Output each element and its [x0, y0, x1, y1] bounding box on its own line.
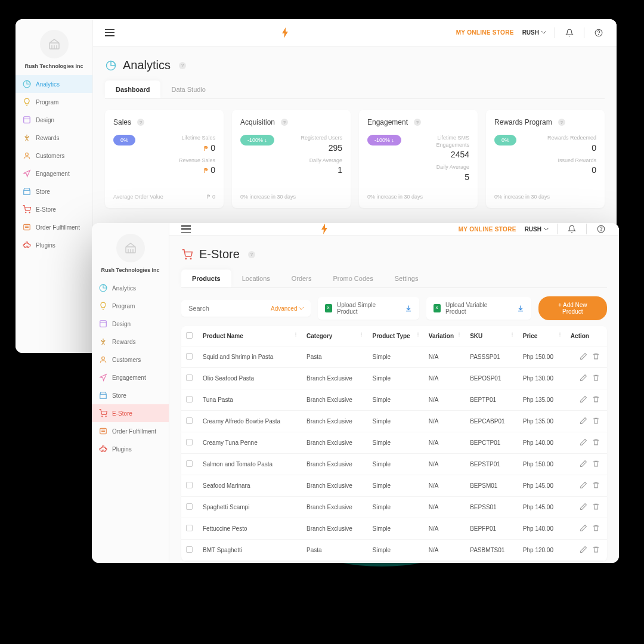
info-icon[interactable]: ? — [414, 119, 421, 126]
row-checkbox[interactable] — [186, 482, 193, 488]
upload-simple-box[interactable]: Upload Simple Product — [318, 297, 419, 320]
bell-icon[interactable] — [564, 27, 575, 39]
info-icon[interactable]: ? — [558, 119, 565, 126]
row-checkbox[interactable] — [186, 417, 193, 424]
column-product-type[interactable]: Product Type⋮ — [367, 326, 423, 346]
help-icon[interactable] — [593, 27, 605, 39]
cell-sku: BEPSM01 — [465, 475, 518, 497]
delete-icon[interactable] — [592, 546, 600, 553]
sidebar-item-plugins[interactable]: Plugins — [92, 440, 169, 458]
column-price[interactable]: Price⋮ — [518, 326, 566, 346]
tab-settings[interactable]: Settings — [384, 270, 429, 287]
delete-icon[interactable] — [592, 417, 600, 425]
row-checkbox[interactable] — [186, 546, 193, 553]
sidebar-item-label: Order Fulfillment — [36, 224, 80, 231]
edit-icon[interactable] — [580, 417, 587, 425]
metric-label: Registered Users — [280, 135, 342, 142]
sidebar-item-design[interactable]: Design — [92, 315, 169, 333]
sidebar-item-order-fulfillment[interactable]: Order Fulfillment — [92, 422, 169, 440]
sidebar-item-customers[interactable]: Customers — [92, 351, 169, 369]
sidebar-item-e-store[interactable]: E-Store — [16, 200, 92, 218]
row-checkbox[interactable] — [186, 439, 193, 445]
sidebar-item-store[interactable]: Store — [16, 182, 92, 200]
user-dropdown[interactable]: RUSH — [525, 226, 549, 233]
row-checkbox[interactable] — [186, 353, 193, 360]
tab-products[interactable]: Products — [181, 270, 231, 287]
tab-dashboard[interactable]: Dashboard — [105, 80, 160, 98]
sidebar-item-customers[interactable]: Customers — [16, 147, 92, 165]
sidebar-item-rewards[interactable]: Rewards — [16, 129, 92, 147]
edit-icon[interactable] — [580, 503, 587, 510]
info-icon[interactable]: ? — [179, 62, 186, 69]
column-variation[interactable]: Variation⋮ — [424, 326, 465, 346]
sidebar-item-rewards[interactable]: Rewards — [92, 333, 169, 351]
edit-icon[interactable] — [580, 395, 587, 403]
sidebar-item-store[interactable]: Store — [92, 386, 169, 404]
info-icon[interactable]: ? — [248, 251, 255, 258]
delete-icon[interactable] — [592, 503, 600, 510]
store-link[interactable]: MY ONLINE STORE — [459, 226, 516, 233]
search-input[interactable] — [188, 305, 271, 312]
column-action[interactable]: Action — [566, 326, 607, 346]
cell-type: Simple — [367, 497, 423, 518]
divider — [584, 27, 584, 38]
delete-icon[interactable] — [592, 395, 600, 403]
sidebar-item-program[interactable]: Program — [16, 93, 92, 111]
sidebar-item-engagement[interactable]: Engagement — [16, 165, 92, 182]
sidebar-item-analytics[interactable]: Analytics — [92, 279, 169, 297]
row-checkbox[interactable] — [186, 396, 193, 402]
download-icon[interactable] — [405, 305, 412, 312]
edit-icon[interactable] — [580, 374, 587, 382]
edit-icon[interactable] — [580, 352, 587, 360]
edit-icon[interactable] — [580, 481, 587, 489]
cell-type: Simple — [367, 411, 423, 432]
checkbox-all[interactable] — [186, 332, 193, 339]
metric-label: Issued Rewards — [522, 157, 596, 165]
column-product-name[interactable]: Product Name⋮ — [198, 326, 302, 346]
sidebar-item-plugins[interactable]: Plugins — [16, 236, 92, 254]
row-checkbox[interactable] — [186, 525, 193, 531]
sidebar-item-program[interactable]: Program — [92, 297, 169, 315]
edit-icon[interactable] — [580, 546, 587, 553]
delete-icon[interactable] — [592, 481, 600, 489]
delete-icon[interactable] — [592, 374, 600, 382]
rew-badge: 0% — [494, 135, 516, 145]
edit-icon[interactable] — [580, 524, 587, 532]
sidebar-item-engagement[interactable]: Engagement — [92, 369, 169, 386]
bell-icon[interactable] — [566, 223, 578, 235]
edit-icon[interactable] — [580, 460, 587, 467]
hamburger-icon[interactable] — [181, 225, 191, 233]
column-category[interactable]: Category⋮ — [302, 326, 367, 346]
sidebar-item-label: Order Fulfillment — [112, 428, 156, 435]
delete-icon[interactable] — [592, 438, 600, 446]
column-sku[interactable]: SKU⋮ — [465, 326, 518, 346]
row-checkbox[interactable] — [186, 460, 193, 467]
row-checkbox[interactable] — [186, 374, 193, 381]
row-checkbox[interactable] — [186, 503, 193, 510]
tab-orders[interactable]: Orders — [281, 270, 323, 287]
delete-icon[interactable] — [592, 352, 600, 360]
tab-data-studio[interactable]: Data Studio — [160, 80, 216, 98]
search-box[interactable]: Advanced — [181, 300, 311, 317]
store-link[interactable]: MY ONLINE STORE — [456, 29, 514, 36]
tab-promo-codes[interactable]: Promo Codes — [322, 270, 383, 287]
delete-icon[interactable] — [592, 524, 600, 532]
download-icon[interactable] — [517, 305, 524, 312]
sidebar-item-e-store[interactable]: E-Store — [92, 404, 169, 422]
sidebar-item-design[interactable]: Design — [16, 111, 92, 129]
upload-variable-box[interactable]: Upload Variable Product — [426, 297, 531, 320]
sidebar-item-analytics[interactable]: Analytics — [16, 75, 92, 93]
engagement-icon — [99, 373, 107, 382]
info-icon[interactable]: ? — [137, 119, 144, 126]
hamburger-icon[interactable] — [105, 29, 114, 36]
info-icon[interactable]: ? — [281, 119, 288, 126]
add-product-button[interactable]: + Add New Product — [538, 296, 607, 320]
user-dropdown[interactable]: RUSH — [522, 29, 546, 36]
advanced-link[interactable]: Advanced — [271, 305, 304, 312]
delete-icon[interactable] — [592, 460, 600, 467]
help-icon[interactable] — [595, 223, 607, 235]
tab-locations[interactable]: Locations — [231, 270, 281, 287]
sidebar-item-order-fulfillment[interactable]: Order Fulfillment — [16, 218, 92, 236]
edit-icon[interactable] — [580, 438, 587, 446]
topbar: MY ONLINE STORE RUSH — [169, 223, 619, 236]
